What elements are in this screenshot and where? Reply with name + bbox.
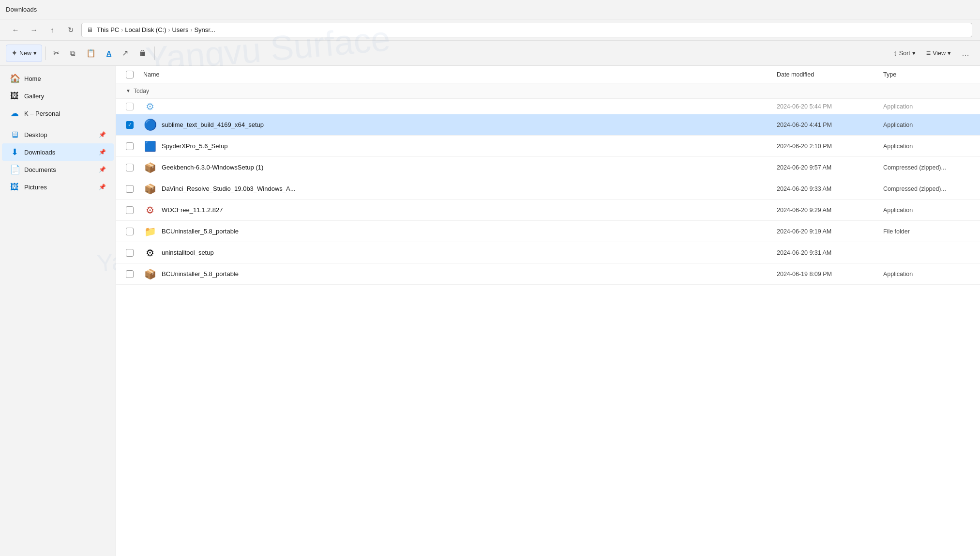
row-4-checkbox-col — [126, 185, 139, 193]
file-row[interactable]: ⚙ uninstalltool_setup 2024-06-20 9:31 AM — [116, 242, 980, 263]
row-1-date: 2024-06-20 4:41 PM — [777, 122, 883, 128]
row-8-date: 2024-06-19 8:09 PM — [777, 271, 883, 278]
row-0-checkbox[interactable] — [126, 103, 134, 110]
row-3-checkbox[interactable] — [126, 164, 134, 171]
more-button[interactable]: … — [957, 45, 974, 62]
breadcrumb-bar: ← → ↑ ↻ 🖥 This PC › Local Disk (C:) › Us… — [0, 19, 980, 41]
breadcrumb-path[interactable]: 🖥 This PC › Local Disk (C:) › Users › Sy… — [81, 23, 972, 37]
sidebar-item-pictures[interactable]: 🖼 Pictures 📌 — [2, 178, 114, 196]
breadcrumb-synsr[interactable]: Synsr... — [194, 26, 215, 33]
desktop-icon: 🖥 — [10, 130, 19, 140]
row-0-checkbox-col — [126, 103, 139, 110]
row-3-icon: 📦 — [143, 161, 157, 174]
row-2-icon: 🟦 — [143, 139, 157, 153]
row-1-type: Application — [883, 122, 970, 128]
row-3-checkbox-col — [126, 164, 139, 171]
group-header-today[interactable]: ▼ Today — [116, 83, 980, 99]
breadcrumb-users[interactable]: Users — [172, 26, 188, 33]
copy-button[interactable]: ⧉ — [65, 45, 80, 62]
file-row[interactable]: ✓ 🔵 sublime_text_build_4169_x64_setup 20… — [116, 114, 980, 136]
new-button[interactable]: ✦ New ▾ — [6, 45, 42, 62]
row-6-date: 2024-06-20 9:19 AM — [777, 228, 883, 235]
delete-button[interactable]: 🗑 — [134, 45, 151, 62]
row-4-type: Compressed (zipped)... — [883, 185, 970, 192]
sort-button[interactable]: ↕ Sort ▾ — [889, 45, 920, 62]
column-headers: Name Date modified Type — [116, 66, 980, 83]
row-5-checkbox[interactable] — [126, 206, 134, 214]
row-1-name: sublime_text_build_4169_x64_setup — [162, 121, 777, 128]
row-6-checkbox[interactable] — [126, 228, 134, 235]
row-0-date: 2024-06-20 5:44 PM — [777, 103, 883, 110]
view-dropdown-icon: ▾ — [948, 49, 951, 57]
file-list: Name Date modified Type ▼ Today ⚙ 2024-0… — [116, 66, 980, 556]
breadcrumb-sep-3: › — [190, 27, 192, 33]
sidebar-item-gallery[interactable]: 🖼 Gallery — [2, 87, 114, 105]
sidebar-item-home[interactable]: 🏠 Home — [2, 70, 114, 87]
file-row[interactable]: 📁 BCUninstaller_5.8_portable 2024-06-20 … — [116, 221, 980, 242]
sidebar-k-personal-label: K – Personal — [24, 110, 60, 117]
type-column-header[interactable]: Type — [883, 71, 970, 78]
breadcrumb-this-pc[interactable]: This PC — [97, 26, 119, 33]
share-icon: ↗ — [122, 48, 128, 58]
up-button[interactable]: ↑ — [45, 22, 60, 38]
row-0-type: Application — [883, 103, 970, 110]
row-5-name: WDCFree_11.1.2.827 — [162, 206, 777, 214]
name-column-header[interactable]: Name — [143, 71, 777, 78]
row-3-name: Geekbench-6.3.0-WindowsSetup (1) — [162, 164, 777, 171]
row-2-checkbox[interactable] — [126, 142, 134, 150]
select-all-checkbox[interactable] — [126, 71, 134, 78]
row-2-type: Application — [883, 143, 970, 150]
sidebar-item-downloads[interactable]: ⬇ Downloads 📌 — [2, 143, 114, 161]
row-4-checkbox[interactable] — [126, 185, 134, 193]
row-1-checkbox-col: ✓ — [126, 121, 139, 129]
toolbar: ✦ New ▾ ✂ ⧉ 📋 A ↗ 🗑 — [0, 41, 980, 66]
refresh-button[interactable]: ↻ — [63, 22, 78, 38]
sidebar-pictures-label: Pictures — [24, 184, 47, 191]
breadcrumb-local-disk[interactable]: Local Disk (C:) — [125, 26, 166, 33]
cloud-icon: ☁ — [10, 108, 19, 119]
delete-icon: 🗑 — [139, 49, 147, 58]
row-5-type: Application — [883, 207, 970, 214]
file-row[interactable]: ⚙ WDCFree_11.1.2.827 2024-06-20 9:29 AM … — [116, 200, 980, 221]
file-row[interactable]: ⚙ 2024-06-20 5:44 PM Application — [116, 99, 980, 114]
date-column-header[interactable]: Date modified — [777, 71, 883, 78]
up-icon: ↑ — [50, 26, 54, 34]
file-row[interactable]: 📦 Geekbench-6.3.0-WindowsSetup (1) 2024-… — [116, 157, 980, 178]
row-3-date: 2024-06-20 9:57 AM — [777, 164, 883, 171]
file-row[interactable]: 📦 BCUninstaller_5.8_portable 2024-06-19 … — [116, 263, 980, 285]
row-1-checkbox[interactable]: ✓ — [126, 121, 134, 129]
downloads-pin-icon: 📌 — [99, 149, 106, 155]
file-row[interactable]: 🟦 SpyderXPro_5.6_Setup 2024-06-20 2:10 P… — [116, 136, 980, 157]
new-dropdown-icon: ▾ — [33, 49, 37, 57]
pictures-pin-icon: 📌 — [99, 184, 106, 190]
forward-button[interactable]: → — [26, 22, 42, 38]
back-button[interactable]: ← — [8, 22, 23, 38]
sort-icon: ↕ — [893, 49, 897, 58]
title-bar-text: Downloads — [6, 6, 37, 13]
row-7-checkbox[interactable] — [126, 249, 134, 257]
sidebar-spacer — [0, 122, 116, 126]
new-icon: ✦ — [11, 48, 17, 58]
row-6-checkbox-col — [126, 228, 139, 235]
paste-button[interactable]: 📋 — [81, 45, 101, 62]
sidebar-downloads-label: Downloads — [24, 149, 55, 156]
monitor-icon: 🖥 — [87, 26, 93, 33]
title-bar: Downloads — [0, 0, 980, 19]
documents-pin-icon: 📌 — [99, 166, 106, 173]
share-button[interactable]: ↗ — [117, 45, 133, 62]
sidebar-item-desktop[interactable]: 🖥 Desktop 📌 — [2, 126, 114, 143]
sidebar-desktop-label: Desktop — [24, 131, 47, 139]
copy-icon: ⧉ — [70, 49, 75, 58]
pictures-icon: 🖼 — [10, 182, 19, 192]
rename-button[interactable]: A — [102, 45, 116, 62]
row-8-type: Application — [883, 271, 970, 278]
view-button[interactable]: ≡ View ▾ — [921, 45, 956, 62]
sidebar-item-documents[interactable]: 📄 Documents 📌 — [2, 161, 114, 178]
cut-button[interactable]: ✂ — [48, 45, 64, 62]
sidebar-item-k-personal[interactable]: ☁ K – Personal — [2, 105, 114, 122]
row-3-type: Compressed (zipped)... — [883, 164, 970, 171]
row-8-checkbox[interactable] — [126, 270, 134, 278]
refresh-icon: ↻ — [68, 26, 74, 34]
row-5-icon: ⚙ — [143, 203, 157, 217]
file-row[interactable]: 📦 DaVinci_Resolve_Studio_19.0b3_Windows_… — [116, 178, 980, 200]
